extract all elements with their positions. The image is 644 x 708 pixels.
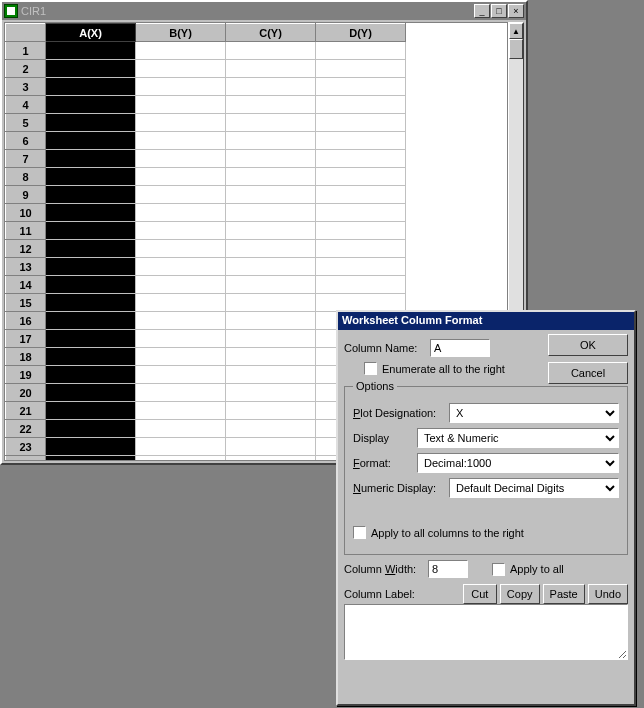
row-header[interactable]: 22 <box>6 420 46 438</box>
cell[interactable] <box>226 312 316 330</box>
cell[interactable] <box>136 240 226 258</box>
maximize-button[interactable]: □ <box>491 4 507 18</box>
cell[interactable] <box>46 438 136 456</box>
cell[interactable] <box>136 294 226 312</box>
cell[interactable] <box>316 42 406 60</box>
row-header[interactable]: 10 <box>6 204 46 222</box>
row-header[interactable]: 19 <box>6 366 46 384</box>
cell[interactable] <box>46 186 136 204</box>
row-header[interactable]: 23 <box>6 438 46 456</box>
cell[interactable] <box>136 222 226 240</box>
cell[interactable] <box>226 132 316 150</box>
cell[interactable] <box>226 204 316 222</box>
row-header[interactable]: 1 <box>6 42 46 60</box>
cell[interactable] <box>226 186 316 204</box>
cell[interactable] <box>136 456 226 462</box>
row-header[interactable]: 15 <box>6 294 46 312</box>
cell[interactable] <box>316 240 406 258</box>
column-label-textarea[interactable] <box>344 604 628 660</box>
copy-button[interactable]: Copy <box>500 584 540 604</box>
cell[interactable] <box>46 384 136 402</box>
cell[interactable] <box>136 312 226 330</box>
cell[interactable] <box>136 60 226 78</box>
column-header[interactable]: D(Y) <box>316 24 406 42</box>
cell[interactable] <box>46 114 136 132</box>
cell[interactable] <box>136 132 226 150</box>
row-header[interactable]: 21 <box>6 402 46 420</box>
row-header[interactable]: 20 <box>6 384 46 402</box>
corner-cell[interactable] <box>6 24 46 42</box>
cell[interactable] <box>226 150 316 168</box>
cell[interactable] <box>136 366 226 384</box>
worksheet-titlebar[interactable]: CIR1 _ □ × <box>2 2 526 20</box>
cell[interactable] <box>316 114 406 132</box>
cell[interactable] <box>136 204 226 222</box>
undo-button[interactable]: Undo <box>588 584 628 604</box>
cell[interactable] <box>136 402 226 420</box>
row-header[interactable]: 2 <box>6 60 46 78</box>
cell[interactable] <box>136 330 226 348</box>
cell[interactable] <box>226 258 316 276</box>
cell[interactable] <box>226 348 316 366</box>
cell[interactable] <box>316 60 406 78</box>
cell[interactable] <box>136 96 226 114</box>
cell[interactable] <box>136 114 226 132</box>
row-header[interactable]: 3 <box>6 78 46 96</box>
row-header[interactable]: 7 <box>6 150 46 168</box>
cell[interactable] <box>226 42 316 60</box>
cell[interactable] <box>46 366 136 384</box>
display-select[interactable]: Text & Numeric <box>417 428 619 448</box>
cell[interactable] <box>46 240 136 258</box>
column-header[interactable]: B(Y) <box>136 24 226 42</box>
apply-all-cols-checkbox[interactable] <box>353 526 366 539</box>
row-header[interactable]: 17 <box>6 330 46 348</box>
cell[interactable] <box>136 276 226 294</box>
cell[interactable] <box>136 186 226 204</box>
cell[interactable] <box>226 330 316 348</box>
apply-to-all-checkbox[interactable] <box>492 563 505 576</box>
plot-designation-select[interactable]: X <box>449 403 619 423</box>
cell[interactable] <box>136 42 226 60</box>
cut-button[interactable]: Cut <box>463 584 497 604</box>
column-header[interactable]: C(Y) <box>226 24 316 42</box>
row-header[interactable]: 11 <box>6 222 46 240</box>
cell[interactable] <box>136 438 226 456</box>
cell[interactable] <box>136 420 226 438</box>
cell[interactable] <box>226 240 316 258</box>
cell[interactable] <box>226 384 316 402</box>
enumerate-checkbox[interactable] <box>364 362 377 375</box>
cell[interactable] <box>316 186 406 204</box>
row-header[interactable]: 24 <box>6 456 46 462</box>
cell[interactable] <box>226 366 316 384</box>
cancel-button[interactable]: Cancel <box>548 362 628 384</box>
cell[interactable] <box>46 78 136 96</box>
row-header[interactable]: 5 <box>6 114 46 132</box>
ok-button[interactable]: OK <box>548 334 628 356</box>
cell[interactable] <box>46 456 136 462</box>
minimize-button[interactable]: _ <box>474 4 490 18</box>
cell[interactable] <box>226 222 316 240</box>
row-header[interactable]: 18 <box>6 348 46 366</box>
cell[interactable] <box>46 168 136 186</box>
row-header[interactable]: 9 <box>6 186 46 204</box>
cell[interactable] <box>46 258 136 276</box>
cell[interactable] <box>226 168 316 186</box>
cell[interactable] <box>226 78 316 96</box>
cell[interactable] <box>46 276 136 294</box>
cell[interactable] <box>316 294 406 312</box>
format-select[interactable]: Decimal:1000 <box>417 453 619 473</box>
row-header[interactable]: 14 <box>6 276 46 294</box>
cell[interactable] <box>226 420 316 438</box>
cell[interactable] <box>226 276 316 294</box>
row-header[interactable]: 4 <box>6 96 46 114</box>
scroll-thumb[interactable] <box>509 39 523 59</box>
cell[interactable] <box>316 168 406 186</box>
scroll-up-button[interactable]: ▲ <box>509 23 523 39</box>
cell[interactable] <box>316 96 406 114</box>
cell[interactable] <box>46 150 136 168</box>
column-width-input[interactable] <box>428 560 468 578</box>
cell[interactable] <box>316 78 406 96</box>
row-header[interactable]: 6 <box>6 132 46 150</box>
cell[interactable] <box>46 348 136 366</box>
cell[interactable] <box>226 402 316 420</box>
